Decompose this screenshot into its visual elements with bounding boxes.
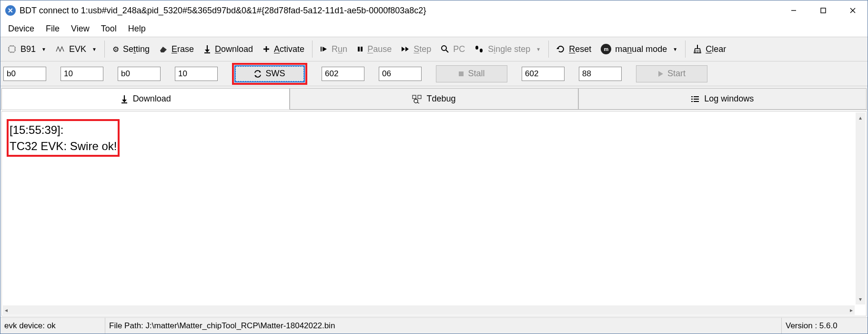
scroll-up-icon[interactable]: ▴ [859, 112, 862, 123]
svg-point-31 [480, 49, 483, 52]
scroll-right-icon[interactable]: ▸ [848, 307, 855, 314]
input-5[interactable] [322, 67, 364, 81]
svg-rect-50 [691, 99, 693, 100]
tab-log[interactable]: Log windows [578, 88, 867, 110]
log-content: [15:55:39]: TC32 EVK: Swire ok! [2, 111, 866, 164]
pause-button[interactable]: Pause [352, 42, 396, 56]
manualmode-button[interactable]: m manual mode ▼ [596, 42, 682, 56]
scrollbar-vertical[interactable]: ▴ ▾ [856, 112, 865, 304]
input-1[interactable] [3, 67, 46, 81]
reset-button[interactable]: Reset [552, 42, 596, 56]
input-2[interactable] [61, 67, 103, 81]
maximize-button[interactable] [808, 0, 838, 20]
tdebug-icon [412, 95, 422, 103]
svg-marker-40 [658, 71, 663, 77]
menu-view[interactable]: View [66, 22, 94, 36]
setting-label: Setting [123, 44, 150, 54]
input-3[interactable] [118, 67, 161, 81]
erase-button[interactable]: Erase [154, 42, 199, 56]
list-icon [691, 95, 699, 103]
stall-button[interactable]: Stall [436, 65, 507, 82]
gear-icon: ⚙ [112, 45, 119, 54]
play-icon [658, 71, 664, 77]
sws-label: SWS [265, 69, 285, 79]
svg-rect-48 [691, 96, 693, 97]
stall-label: Stall [468, 69, 484, 79]
svg-point-28 [442, 46, 446, 51]
input-8[interactable] [579, 67, 622, 81]
svg-marker-42 [122, 100, 127, 102]
mm-icon: m [601, 44, 611, 54]
svg-marker-27 [405, 47, 409, 51]
tab-download-label: Download [133, 94, 171, 104]
activate-label: Activate [274, 44, 304, 54]
separator [548, 40, 549, 58]
fastforward-icon [401, 46, 410, 52]
tab-tdebug[interactable]: Tdebug [290, 88, 578, 110]
scroll-left-icon[interactable]: ◂ [3, 307, 10, 314]
log-area: [15:55:39]: TC32 EVK: Swire ok! ▴ ▾ ◂ ▸ [1, 111, 867, 316]
input-6[interactable] [379, 67, 422, 81]
activate-button[interactable]: Activate [258, 42, 309, 56]
status-filepath: File Path: J:\matter\Matter_chipTool_RCP… [105, 318, 782, 334]
sws-button[interactable]: SWS [234, 65, 305, 82]
menu-tool[interactable]: Tool [96, 22, 121, 36]
scroll-down-icon[interactable]: ▾ [859, 294, 862, 304]
board-select[interactable]: EVK ▼ [51, 42, 101, 56]
log-line-1: [15:55:39]: [10, 123, 63, 136]
run-button[interactable]: Run [315, 42, 352, 56]
input-4[interactable] [175, 67, 218, 81]
inputs-row: SWS Stall Start [0, 61, 868, 86]
step-button[interactable]: Step [396, 42, 436, 56]
svg-rect-25 [361, 47, 363, 51]
pc-label: PC [453, 44, 465, 54]
svg-marker-26 [402, 47, 405, 51]
refresh-icon [556, 45, 565, 53]
status-device: evk device: ok [0, 318, 105, 334]
step-label: Step [414, 44, 431, 54]
svg-line-34 [696, 50, 696, 53]
singlestep-label: Single step [488, 44, 530, 54]
log-highlight: [15:55:39]: TC32 EVK: Swire ok! [7, 119, 120, 157]
start-button[interactable]: Start [636, 65, 707, 82]
tab-download[interactable]: Download [1, 88, 290, 110]
pc-button[interactable]: PC [436, 42, 470, 56]
svg-rect-44 [413, 95, 416, 99]
dropdown-arrow-icon: ▼ [673, 47, 677, 52]
svg-line-29 [446, 50, 448, 52]
download-button[interactable]: Download [199, 42, 258, 56]
svg-point-30 [475, 46, 478, 50]
close-button[interactable] [838, 0, 868, 20]
singlestep-button[interactable]: Single step ▼ [470, 42, 545, 56]
manualmode-label: manual mode [615, 44, 667, 54]
svg-rect-1 [821, 8, 826, 13]
svg-rect-4 [9, 46, 15, 52]
svg-rect-52 [691, 101, 693, 102]
tab-tdebug-label: Tdebug [426, 94, 455, 104]
menu-file[interactable]: File [41, 22, 64, 36]
chip-select[interactable]: B91 ▼ [2, 42, 51, 56]
svg-rect-53 [694, 101, 699, 102]
input-7[interactable] [522, 67, 565, 81]
separator [685, 40, 686, 58]
chip-icon [7, 44, 17, 54]
separator [312, 40, 313, 58]
play-icon [320, 46, 328, 52]
stop-icon [458, 71, 464, 77]
search-icon [441, 45, 449, 53]
footsteps-icon [474, 45, 484, 53]
menu-help[interactable]: Help [123, 22, 151, 36]
svg-rect-45 [418, 95, 421, 99]
scrollbar-horizontal[interactable]: ◂ ▸ [3, 305, 855, 315]
svg-rect-51 [694, 99, 699, 100]
broom-icon [693, 44, 702, 54]
pause-icon [357, 46, 363, 52]
dropdown-arrow-icon: ▼ [92, 47, 97, 52]
menu-device[interactable]: Device [3, 22, 39, 36]
app-icon: ✕ [5, 5, 16, 16]
clear-button[interactable]: Clear [688, 42, 731, 56]
svg-rect-39 [459, 71, 464, 76]
download-icon [121, 95, 128, 103]
minimize-button[interactable] [779, 0, 808, 20]
setting-button[interactable]: ⚙ Setting [108, 42, 154, 56]
